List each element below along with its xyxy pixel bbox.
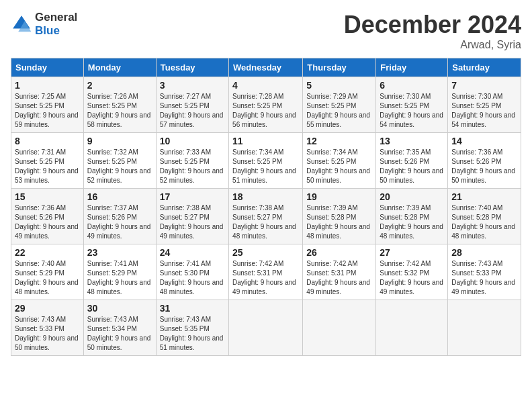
day-cell: 22Sunrise: 7:40 AMSunset: 5:29 PMDayligh… [11, 244, 84, 300]
day-info: Sunrise: 7:26 AMSunset: 5:25 PMDaylight:… [87, 93, 151, 128]
day-number: 13 [380, 136, 444, 146]
header-friday: Friday [376, 58, 448, 77]
day-info: Sunrise: 7:27 AMSunset: 5:25 PMDaylight:… [160, 93, 224, 128]
day-number: 4 [232, 80, 299, 91]
day-number: 21 [451, 191, 517, 202]
day-info: Sunrise: 7:39 AMSunset: 5:28 PMDaylight:… [380, 204, 443, 240]
day-number: 26 [306, 247, 372, 258]
day-info: Sunrise: 7:35 AMSunset: 5:26 PMDaylight:… [380, 148, 443, 184]
day-number: 31 [160, 303, 225, 314]
header-monday: Monday [83, 58, 156, 77]
day-cell: 3Sunrise: 7:27 AMSunset: 5:25 PMDaylight… [156, 77, 228, 133]
day-number: 27 [380, 247, 444, 258]
day-info: Sunrise: 7:42 AMSunset: 5:32 PMDaylight:… [380, 260, 443, 295]
day-cell: 2Sunrise: 7:26 AMSunset: 5:25 PMDaylight… [83, 77, 156, 133]
header-thursday: Thursday [303, 58, 376, 77]
day-cell [376, 300, 448, 356]
day-number: 14 [451, 136, 517, 146]
day-cell: 14Sunrise: 7:36 AMSunset: 5:26 PMDayligh… [448, 133, 521, 189]
day-number: 11 [232, 136, 299, 146]
day-cell [303, 300, 376, 356]
day-number: 12 [306, 136, 372, 146]
location: Arwad, Syria [344, 39, 521, 51]
day-number: 18 [232, 191, 299, 202]
day-info: Sunrise: 7:38 AMSunset: 5:27 PMDaylight:… [160, 204, 224, 240]
day-cell: 1Sunrise: 7:25 AMSunset: 5:25 PMDaylight… [11, 77, 84, 133]
header-row: SundayMondayTuesdayWednesdayThursdayFrid… [11, 58, 521, 77]
day-cell: 19Sunrise: 7:39 AMSunset: 5:28 PMDayligh… [303, 189, 376, 244]
week-row-1: 1Sunrise: 7:25 AMSunset: 5:25 PMDaylight… [11, 77, 521, 133]
day-cell: 31Sunrise: 7:43 AMSunset: 5:35 PMDayligh… [156, 300, 228, 356]
day-cell: 17Sunrise: 7:38 AMSunset: 5:27 PMDayligh… [156, 189, 228, 244]
day-cell [448, 300, 521, 356]
header-saturday: Saturday [448, 58, 521, 77]
calendar-table: SundayMondayTuesdayWednesdayThursdayFrid… [11, 58, 521, 356]
day-cell: 12Sunrise: 7:34 AMSunset: 5:25 PMDayligh… [303, 133, 376, 189]
day-number: 29 [15, 303, 80, 314]
day-cell: 20Sunrise: 7:39 AMSunset: 5:28 PMDayligh… [376, 189, 448, 244]
day-cell: 7Sunrise: 7:30 AMSunset: 5:25 PMDaylight… [448, 77, 521, 133]
day-info: Sunrise: 7:43 AMSunset: 5:33 PMDaylight:… [15, 316, 79, 351]
page-header: General Blue December 2024 Arwad, Syria [11, 11, 521, 51]
day-info: Sunrise: 7:30 AMSunset: 5:25 PMDaylight:… [380, 93, 443, 128]
day-number: 19 [306, 191, 372, 202]
day-cell: 24Sunrise: 7:41 AMSunset: 5:30 PMDayligh… [156, 244, 228, 300]
day-number: 7 [451, 80, 517, 91]
day-number: 8 [15, 136, 80, 146]
day-info: Sunrise: 7:38 AMSunset: 5:27 PMDaylight:… [232, 204, 296, 240]
day-cell: 11Sunrise: 7:34 AMSunset: 5:25 PMDayligh… [229, 133, 303, 189]
day-cell: 16Sunrise: 7:37 AMSunset: 5:26 PMDayligh… [83, 189, 156, 244]
day-number: 17 [160, 191, 225, 202]
day-cell: 28Sunrise: 7:43 AMSunset: 5:33 PMDayligh… [448, 244, 521, 300]
title-block: December 2024 Arwad, Syria [344, 11, 521, 51]
day-cell: 6Sunrise: 7:30 AMSunset: 5:25 PMDaylight… [376, 77, 448, 133]
day-info: Sunrise: 7:29 AMSunset: 5:25 PMDaylight:… [306, 93, 370, 128]
day-cell: 9Sunrise: 7:32 AMSunset: 5:25 PMDaylight… [83, 133, 156, 189]
day-number: 10 [160, 136, 225, 146]
week-row-3: 15Sunrise: 7:36 AMSunset: 5:26 PMDayligh… [11, 189, 521, 244]
day-info: Sunrise: 7:36 AMSunset: 5:26 PMDaylight:… [451, 148, 515, 184]
day-info: Sunrise: 7:42 AMSunset: 5:31 PMDaylight:… [232, 260, 296, 295]
day-cell: 30Sunrise: 7:43 AMSunset: 5:34 PMDayligh… [83, 300, 156, 356]
day-cell: 13Sunrise: 7:35 AMSunset: 5:26 PMDayligh… [376, 133, 448, 189]
day-number: 16 [87, 191, 152, 202]
day-info: Sunrise: 7:42 AMSunset: 5:31 PMDaylight:… [306, 260, 370, 295]
day-cell: 8Sunrise: 7:31 AMSunset: 5:25 PMDaylight… [11, 133, 84, 189]
day-cell: 15Sunrise: 7:36 AMSunset: 5:26 PMDayligh… [11, 189, 84, 244]
day-info: Sunrise: 7:33 AMSunset: 5:25 PMDaylight:… [160, 148, 224, 184]
day-info: Sunrise: 7:36 AMSunset: 5:26 PMDaylight:… [15, 204, 79, 240]
day-number: 3 [160, 80, 225, 91]
day-number: 24 [160, 247, 225, 258]
header-wednesday: Wednesday [229, 58, 303, 77]
day-info: Sunrise: 7:41 AMSunset: 5:30 PMDaylight:… [160, 260, 224, 295]
week-row-5: 29Sunrise: 7:43 AMSunset: 5:33 PMDayligh… [11, 300, 521, 356]
logo-icon [11, 13, 32, 35]
day-number: 1 [15, 80, 80, 91]
day-cell: 4Sunrise: 7:28 AMSunset: 5:25 PMDaylight… [229, 77, 303, 133]
header-tuesday: Tuesday [156, 58, 228, 77]
day-number: 23 [87, 247, 152, 258]
day-cell: 25Sunrise: 7:42 AMSunset: 5:31 PMDayligh… [229, 244, 303, 300]
week-row-2: 8Sunrise: 7:31 AMSunset: 5:25 PMDaylight… [11, 133, 521, 189]
day-info: Sunrise: 7:40 AMSunset: 5:28 PMDaylight:… [451, 204, 515, 240]
day-number: 5 [306, 80, 372, 91]
logo: General Blue [11, 11, 77, 38]
day-info: Sunrise: 7:37 AMSunset: 5:26 PMDaylight:… [87, 204, 151, 240]
day-info: Sunrise: 7:34 AMSunset: 5:25 PMDaylight:… [306, 148, 370, 184]
day-cell: 26Sunrise: 7:42 AMSunset: 5:31 PMDayligh… [303, 244, 376, 300]
day-number: 15 [15, 191, 80, 202]
day-cell: 23Sunrise: 7:41 AMSunset: 5:29 PMDayligh… [83, 244, 156, 300]
day-cell: 29Sunrise: 7:43 AMSunset: 5:33 PMDayligh… [11, 300, 84, 356]
day-info: Sunrise: 7:40 AMSunset: 5:29 PMDaylight:… [15, 260, 79, 295]
day-number: 6 [380, 80, 444, 91]
day-info: Sunrise: 7:30 AMSunset: 5:25 PMDaylight:… [451, 93, 515, 128]
day-number: 30 [87, 303, 152, 314]
day-number: 20 [380, 191, 444, 202]
logo-text: General Blue [35, 11, 77, 38]
day-info: Sunrise: 7:25 AMSunset: 5:25 PMDaylight:… [15, 93, 79, 128]
day-info: Sunrise: 7:34 AMSunset: 5:25 PMDaylight:… [232, 148, 296, 184]
day-cell: 21Sunrise: 7:40 AMSunset: 5:28 PMDayligh… [448, 189, 521, 244]
day-info: Sunrise: 7:39 AMSunset: 5:28 PMDaylight:… [306, 204, 370, 240]
day-cell: 27Sunrise: 7:42 AMSunset: 5:32 PMDayligh… [376, 244, 448, 300]
day-cell: 10Sunrise: 7:33 AMSunset: 5:25 PMDayligh… [156, 133, 228, 189]
